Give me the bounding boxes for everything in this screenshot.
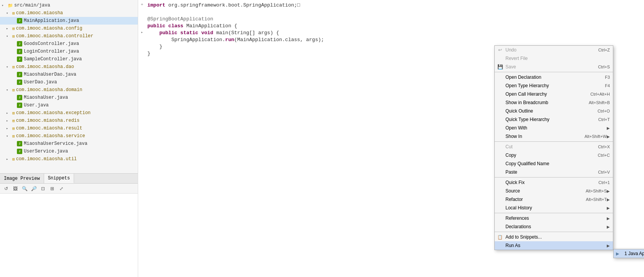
toolbar-btn-expand[interactable]: ⤢ <box>58 185 65 192</box>
package-icon: ⊞ <box>12 26 15 31</box>
tree-label: com.imooc.miaosha.util <box>16 156 77 162</box>
tree-label: com.imooc.miaosha.config <box>16 26 83 31</box>
tree-item-pkg-controller[interactable]: ▾ ⊞ com.imooc.miaosha.controller <box>0 32 138 40</box>
tree-item-pkg-util[interactable]: ▸ ⊞ com.imooc.miaosha.util <box>0 155 138 163</box>
menu-label: Cut <box>505 144 590 149</box>
code-content: import org.springframework.boot.SpringAp… <box>146 2 644 8</box>
tree-item-pkg-config[interactable]: ▸ ⊞ com.imooc.miaosha.config <box>0 25 138 32</box>
expand-icon: ▸ <box>6 111 12 115</box>
code-content: SpringApplication.run(MainApplication.cl… <box>146 37 644 43</box>
menu-item-open-with[interactable]: Open With ▶ <box>495 124 613 132</box>
tree-label: GoodsController.java <box>24 41 79 46</box>
menu-item-quick-type-hierarchy[interactable]: Quick Type Hierarchy Ctrl+T <box>495 115 613 124</box>
tree-item-miaosha-service[interactable]: ▸ J MiaoshaUserService.java <box>0 140 138 148</box>
menu-label: Quick Outline <box>505 108 590 114</box>
menu-shortcut: Ctrl+O <box>598 109 610 113</box>
tree-item-goods-ctrl[interactable]: ▸ J GoodsController.java <box>0 40 138 48</box>
code-line: + import org.springframework.boot.Spring… <box>138 2 644 9</box>
menu-item-run-as[interactable]: Run As ▶ <box>495 241 613 250</box>
toolbar-btn-zoom-in[interactable]: 🔍 <box>21 185 28 192</box>
sidebar-tree[interactable]: ▾ 📁 src/main/java ▾ ⊞ com.imooc.miaosha … <box>0 0 138 173</box>
submenu-arrow: ▶ <box>607 189 610 193</box>
java-file-icon: J <box>17 56 22 62</box>
package-icon: ⊞ <box>12 126 15 131</box>
menu-item-declarations[interactable]: Declarations ▶ <box>495 222 613 231</box>
menu-item-paste[interactable]: Paste Ctrl+V <box>495 168 613 176</box>
menu-item-copy-qualified[interactable]: Copy Qualified Name <box>495 159 613 168</box>
submenu-arrow: ▶ <box>607 225 610 229</box>
toolbar-btn-refresh[interactable]: ↺ <box>2 185 10 192</box>
menu-shortcut: Ctrl+X <box>598 144 610 149</box>
menu-label: Show in Breadcrumb <box>505 100 581 105</box>
toolbar-btn-actual[interactable]: ⊞ <box>48 185 56 192</box>
menu-label: Open Call Hierarchy <box>505 91 583 97</box>
submenu-arrow: ▶ <box>607 244 610 248</box>
line-gutter: + <box>138 2 146 7</box>
main-area: ▾ 📁 src/main/java ▾ ⊞ com.imooc.miaosha … <box>0 0 644 277</box>
tree-label: com.imooc.miaosha.exception <box>16 110 91 116</box>
menu-item-quick-outline[interactable]: Quick Outline Ctrl+O <box>495 107 613 115</box>
tree-item-login-ctrl[interactable]: ▸ J LoginController.java <box>0 48 138 55</box>
tree-item-pkg-domain[interactable]: ▾ ⊞ com.imooc.miaosha.domain <box>0 86 138 94</box>
tree-item-pkg-result[interactable]: ▸ ⊞ com.imooc.miaosha.result <box>0 124 138 132</box>
submenu-arrow: ▶ <box>607 216 610 221</box>
menu-item-open-type-hierarchy[interactable]: Open Type Hierarchy F4 <box>495 81 613 90</box>
menu-label: Paste <box>505 169 590 175</box>
tree-item-pkg-redis[interactable]: ▸ ⊞ com.imooc.miaosha.redis <box>0 117 138 124</box>
menu-label: Copy <box>505 153 590 158</box>
java-file-icon: J <box>17 80 22 85</box>
menu-item-add-snippets[interactable]: 📋 Add to Snippets... <box>495 233 613 241</box>
submenu-item-java-app[interactable]: ▶ 1 Java Application Alt+Shift+X, J <box>614 249 644 258</box>
java-file-icon: J <box>17 141 22 146</box>
menu-item-show-breadcrumb[interactable]: Show in Breadcrumb Alt+Shift+B <box>495 98 613 107</box>
menu-label: Show In <box>505 134 577 139</box>
code-line: ▸ public static void main(String[] args)… <box>138 30 644 37</box>
menu-item-source[interactable]: Source Alt+Shift+S ▶ <box>495 187 613 195</box>
bottom-tabs: Image Preview Snippets <box>0 174 138 184</box>
tree-item-userdao[interactable]: ▸ J UserDao.java <box>0 78 138 86</box>
tab-image-preview[interactable]: Image Preview <box>0 174 44 183</box>
expand-icon: ▸ <box>6 119 12 123</box>
menu-item-copy[interactable]: Copy Ctrl+C <box>495 151 613 159</box>
tree-item-sample-ctrl[interactable]: ▸ J SampleController.java <box>0 55 138 63</box>
menu-item-refactor[interactable]: Refactor Alt+Shift+T ▶ <box>495 195 613 204</box>
tree-label: com.imooc.miaosha <box>16 10 63 16</box>
tree-item-main-app[interactable]: ▸ J MainApplication.java <box>0 17 138 25</box>
tree-item-pkg-exception[interactable]: ▸ ⊞ com.imooc.miaosha.exception <box>0 109 138 117</box>
tree-item-pkg-dao[interactable]: ▾ ⊞ com.imooc.miaosha.dao <box>0 63 138 71</box>
tree-item-user[interactable]: ▸ J User.java <box>0 101 138 109</box>
menu-item-save[interactable]: 💾 Save Ctrl+S <box>495 63 613 71</box>
tree-item-miaosha-user[interactable]: ▸ J MiaoshaUser.java <box>0 94 138 101</box>
tab-snippets[interactable]: Snippets <box>44 174 74 183</box>
menu-item-open-call-hierarchy[interactable]: Open Call Hierarchy Ctrl+Alt+H <box>495 90 613 98</box>
expand-icon: ▾ <box>2 3 7 8</box>
menu-label: Run As <box>505 243 599 248</box>
menu-item-undo[interactable]: ↩ Undo Ctrl+Z <box>495 46 613 54</box>
menu-item-open-declaration[interactable]: Open Declaration F3 <box>495 73 613 81</box>
menu-item-local-history[interactable]: Local History ▶ <box>495 204 613 212</box>
menu-shortcut: Ctrl+Alt+H <box>590 92 610 96</box>
tree-item-src[interactable]: ▾ 📁 src/main/java <box>0 2 138 9</box>
menu-item-revert[interactable]: Revert File <box>495 54 613 63</box>
snippets-icon: 📋 <box>496 235 504 240</box>
java-app-icon: ▶ <box>616 251 619 256</box>
toolbar-btn-zoom-out[interactable]: 🔎 <box>30 185 38 192</box>
tree-item-pkg-root[interactable]: ▾ ⊞ com.imooc.miaosha <box>0 9 138 17</box>
folder-icon: 📁 <box>8 3 13 8</box>
java-file-icon: J <box>17 103 22 108</box>
menu-item-show-in[interactable]: Show In Alt+Shift+W ▶ <box>495 132 613 141</box>
menu-separator <box>495 177 613 177</box>
menu-item-references[interactable]: References ▶ <box>495 214 613 222</box>
save-icon: 💾 <box>496 64 504 70</box>
toolbar-btn-img[interactable]: 🖼 <box>12 185 19 192</box>
tree-item-user-service[interactable]: ▸ J UserService.java <box>0 148 138 155</box>
tree-item-pkg-service[interactable]: ▾ ⊞ com.imooc.miaosha.service <box>0 132 138 140</box>
tree-item-miaosha-userdao[interactable]: ▸ J MiaoshaUserDao.java <box>0 71 138 78</box>
menu-item-cut[interactable]: Cut Ctrl+X <box>495 143 613 151</box>
code-line: public class MainApplication { <box>138 23 644 30</box>
menu-shortcut: Ctrl+Z <box>598 48 610 52</box>
toolbar-btn-fit[interactable]: ⊡ <box>39 185 47 192</box>
expand-icon: ▾ <box>6 11 12 15</box>
menu-shortcut: Alt+Shift+T <box>586 197 607 202</box>
menu-item-quick-fix[interactable]: Quick Fix Ctrl+1 <box>495 178 613 187</box>
